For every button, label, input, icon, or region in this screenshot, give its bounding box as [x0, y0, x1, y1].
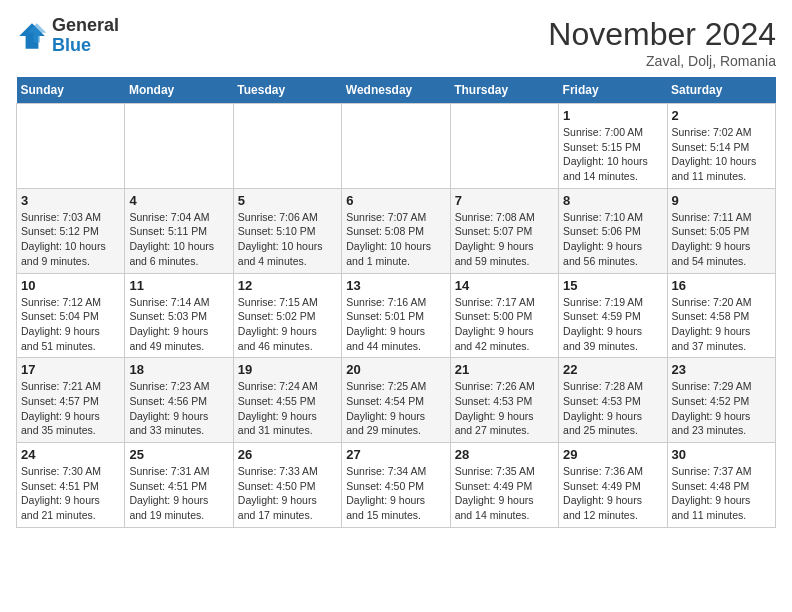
weekday-header: Tuesday [233, 77, 341, 104]
svg-marker-0 [19, 23, 45, 49]
day-info: Sunrise: 7:33 AM Sunset: 4:50 PM Dayligh… [238, 464, 337, 523]
day-info: Sunrise: 7:06 AM Sunset: 5:10 PM Dayligh… [238, 210, 337, 269]
calendar-cell: 24Sunrise: 7:30 AM Sunset: 4:51 PM Dayli… [17, 443, 125, 528]
calendar-cell: 23Sunrise: 7:29 AM Sunset: 4:52 PM Dayli… [667, 358, 775, 443]
day-info: Sunrise: 7:23 AM Sunset: 4:56 PM Dayligh… [129, 379, 228, 438]
calendar-cell: 20Sunrise: 7:25 AM Sunset: 4:54 PM Dayli… [342, 358, 450, 443]
calendar-table: SundayMondayTuesdayWednesdayThursdayFrid… [16, 77, 776, 528]
day-number: 5 [238, 193, 337, 208]
weekday-header: Saturday [667, 77, 775, 104]
weekday-header: Sunday [17, 77, 125, 104]
day-number: 4 [129, 193, 228, 208]
calendar-cell: 22Sunrise: 7:28 AM Sunset: 4:53 PM Dayli… [559, 358, 667, 443]
day-number: 24 [21, 447, 120, 462]
day-info: Sunrise: 7:34 AM Sunset: 4:50 PM Dayligh… [346, 464, 445, 523]
calendar-cell [17, 104, 125, 189]
calendar-cell: 1Sunrise: 7:00 AM Sunset: 5:15 PM Daylig… [559, 104, 667, 189]
day-info: Sunrise: 7:25 AM Sunset: 4:54 PM Dayligh… [346, 379, 445, 438]
logo-blue-text: Blue [52, 36, 119, 56]
day-number: 8 [563, 193, 662, 208]
day-number: 19 [238, 362, 337, 377]
day-info: Sunrise: 7:16 AM Sunset: 5:01 PM Dayligh… [346, 295, 445, 354]
day-number: 30 [672, 447, 771, 462]
calendar-cell: 17Sunrise: 7:21 AM Sunset: 4:57 PM Dayli… [17, 358, 125, 443]
day-number: 13 [346, 278, 445, 293]
day-number: 23 [672, 362, 771, 377]
day-number: 1 [563, 108, 662, 123]
day-number: 6 [346, 193, 445, 208]
day-number: 9 [672, 193, 771, 208]
calendar-cell: 8Sunrise: 7:10 AM Sunset: 5:06 PM Daylig… [559, 188, 667, 273]
logo-general-text: General [52, 16, 119, 36]
day-info: Sunrise: 7:15 AM Sunset: 5:02 PM Dayligh… [238, 295, 337, 354]
calendar-cell: 10Sunrise: 7:12 AM Sunset: 5:04 PM Dayli… [17, 273, 125, 358]
day-info: Sunrise: 7:24 AM Sunset: 4:55 PM Dayligh… [238, 379, 337, 438]
calendar-cell [450, 104, 558, 189]
calendar-cell: 7Sunrise: 7:08 AM Sunset: 5:07 PM Daylig… [450, 188, 558, 273]
day-number: 25 [129, 447, 228, 462]
location: Zaval, Dolj, Romania [548, 53, 776, 69]
day-info: Sunrise: 7:36 AM Sunset: 4:49 PM Dayligh… [563, 464, 662, 523]
day-number: 11 [129, 278, 228, 293]
calendar-cell [342, 104, 450, 189]
day-info: Sunrise: 7:12 AM Sunset: 5:04 PM Dayligh… [21, 295, 120, 354]
day-number: 27 [346, 447, 445, 462]
day-info: Sunrise: 7:26 AM Sunset: 4:53 PM Dayligh… [455, 379, 554, 438]
month-title: November 2024 [548, 16, 776, 53]
day-number: 10 [21, 278, 120, 293]
calendar-cell: 28Sunrise: 7:35 AM Sunset: 4:49 PM Dayli… [450, 443, 558, 528]
day-number: 2 [672, 108, 771, 123]
calendar-cell: 30Sunrise: 7:37 AM Sunset: 4:48 PM Dayli… [667, 443, 775, 528]
day-info: Sunrise: 7:17 AM Sunset: 5:00 PM Dayligh… [455, 295, 554, 354]
logo-icon [16, 20, 48, 52]
calendar-cell: 16Sunrise: 7:20 AM Sunset: 4:58 PM Dayli… [667, 273, 775, 358]
calendar-cell: 25Sunrise: 7:31 AM Sunset: 4:51 PM Dayli… [125, 443, 233, 528]
day-info: Sunrise: 7:29 AM Sunset: 4:52 PM Dayligh… [672, 379, 771, 438]
day-number: 18 [129, 362, 228, 377]
day-info: Sunrise: 7:02 AM Sunset: 5:14 PM Dayligh… [672, 125, 771, 184]
day-number: 20 [346, 362, 445, 377]
day-info: Sunrise: 7:14 AM Sunset: 5:03 PM Dayligh… [129, 295, 228, 354]
weekday-header: Thursday [450, 77, 558, 104]
calendar-header-row: SundayMondayTuesdayWednesdayThursdayFrid… [17, 77, 776, 104]
calendar-cell: 4Sunrise: 7:04 AM Sunset: 5:11 PM Daylig… [125, 188, 233, 273]
calendar-cell: 13Sunrise: 7:16 AM Sunset: 5:01 PM Dayli… [342, 273, 450, 358]
page-header: General Blue November 2024 Zaval, Dolj, … [16, 16, 776, 69]
calendar-cell: 3Sunrise: 7:03 AM Sunset: 5:12 PM Daylig… [17, 188, 125, 273]
calendar-cell: 27Sunrise: 7:34 AM Sunset: 4:50 PM Dayli… [342, 443, 450, 528]
day-number: 22 [563, 362, 662, 377]
weekday-header: Wednesday [342, 77, 450, 104]
calendar-cell: 5Sunrise: 7:06 AM Sunset: 5:10 PM Daylig… [233, 188, 341, 273]
calendar-week-row: 24Sunrise: 7:30 AM Sunset: 4:51 PM Dayli… [17, 443, 776, 528]
day-info: Sunrise: 7:07 AM Sunset: 5:08 PM Dayligh… [346, 210, 445, 269]
logo: General Blue [16, 16, 119, 56]
day-number: 21 [455, 362, 554, 377]
day-info: Sunrise: 7:31 AM Sunset: 4:51 PM Dayligh… [129, 464, 228, 523]
calendar-cell: 9Sunrise: 7:11 AM Sunset: 5:05 PM Daylig… [667, 188, 775, 273]
day-info: Sunrise: 7:28 AM Sunset: 4:53 PM Dayligh… [563, 379, 662, 438]
calendar-cell: 19Sunrise: 7:24 AM Sunset: 4:55 PM Dayli… [233, 358, 341, 443]
day-number: 28 [455, 447, 554, 462]
calendar-cell: 6Sunrise: 7:07 AM Sunset: 5:08 PM Daylig… [342, 188, 450, 273]
weekday-header: Friday [559, 77, 667, 104]
day-info: Sunrise: 7:03 AM Sunset: 5:12 PM Dayligh… [21, 210, 120, 269]
day-number: 15 [563, 278, 662, 293]
day-number: 16 [672, 278, 771, 293]
day-number: 12 [238, 278, 337, 293]
calendar-cell: 29Sunrise: 7:36 AM Sunset: 4:49 PM Dayli… [559, 443, 667, 528]
day-info: Sunrise: 7:21 AM Sunset: 4:57 PM Dayligh… [21, 379, 120, 438]
calendar-cell: 18Sunrise: 7:23 AM Sunset: 4:56 PM Dayli… [125, 358, 233, 443]
day-info: Sunrise: 7:20 AM Sunset: 4:58 PM Dayligh… [672, 295, 771, 354]
day-number: 29 [563, 447, 662, 462]
calendar-cell [233, 104, 341, 189]
day-number: 14 [455, 278, 554, 293]
calendar-cell: 15Sunrise: 7:19 AM Sunset: 4:59 PM Dayli… [559, 273, 667, 358]
weekday-header: Monday [125, 77, 233, 104]
day-info: Sunrise: 7:37 AM Sunset: 4:48 PM Dayligh… [672, 464, 771, 523]
calendar-week-row: 17Sunrise: 7:21 AM Sunset: 4:57 PM Dayli… [17, 358, 776, 443]
calendar-week-row: 1Sunrise: 7:00 AM Sunset: 5:15 PM Daylig… [17, 104, 776, 189]
day-info: Sunrise: 7:30 AM Sunset: 4:51 PM Dayligh… [21, 464, 120, 523]
day-info: Sunrise: 7:00 AM Sunset: 5:15 PM Dayligh… [563, 125, 662, 184]
day-info: Sunrise: 7:04 AM Sunset: 5:11 PM Dayligh… [129, 210, 228, 269]
calendar-cell: 21Sunrise: 7:26 AM Sunset: 4:53 PM Dayli… [450, 358, 558, 443]
